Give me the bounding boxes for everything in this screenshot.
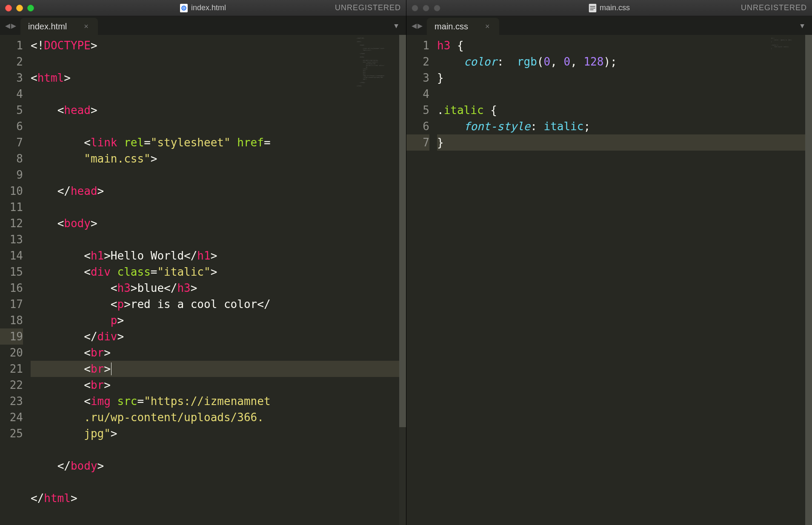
close-window-button[interactable] [412, 5, 418, 11]
nav-forward-icon[interactable]: ▶ [417, 20, 423, 31]
tab-dropdown-icon[interactable]: ▼ [800, 22, 804, 30]
traffic-lights [5, 5, 34, 11]
editor-left[interactable]: 1234567891011121314151617181920212223242… [0, 35, 406, 525]
unregistered-label: UNREGISTERED [335, 3, 401, 12]
code-area[interactable]: <!DOCTYPE><html> <head> <link rel="style… [31, 35, 406, 525]
svg-point-3 [183, 7, 185, 9]
zoom-window-button[interactable] [434, 5, 440, 11]
editor-right[interactable]: 1234567 h3 { color: rgb(0, 0, 128);}.ita… [406, 35, 812, 525]
code-area[interactable]: h3 { color: rgb(0, 0, 128);}.italic { fo… [437, 35, 812, 525]
tabbar-right: ◀ ▶ main.css × ▼ [406, 16, 812, 35]
window-title: main.css [589, 3, 630, 12]
window-title: index.html [180, 3, 226, 12]
window-right: main.css UNREGISTERED ◀ ▶ main.css × ▼ 1… [406, 0, 812, 525]
nav-forward-icon[interactable]: ▶ [11, 20, 16, 31]
tab-main-css[interactable]: main.css × [427, 18, 499, 35]
svg-rect-7 [590, 9, 593, 10]
nav-back-icon[interactable]: ◀ [5, 20, 10, 31]
tab-label: index.html [28, 22, 67, 31]
scrollbar[interactable] [399, 35, 406, 525]
chrome-html-icon [180, 4, 188, 12]
titlebar-right[interactable]: main.css UNREGISTERED [406, 0, 812, 16]
nav-back-icon[interactable]: ◀ [412, 20, 417, 31]
unregistered-label: UNREGISTERED [741, 3, 807, 12]
window-title-text: main.css [600, 3, 630, 12]
zoom-window-button[interactable] [27, 5, 34, 11]
scrollbar-thumb[interactable] [399, 35, 406, 427]
tab-dropdown-icon[interactable]: ▼ [394, 22, 398, 30]
tab-close-icon[interactable]: × [485, 22, 490, 31]
titlebar-left[interactable]: index.html UNREGISTERED [0, 0, 406, 16]
tab-close-icon[interactable]: × [84, 22, 89, 31]
scrollbar[interactable] [805, 35, 812, 525]
window-left: index.html UNREGISTERED ◀ ▶ index.html ×… [0, 0, 406, 525]
close-window-button[interactable] [5, 5, 12, 11]
scrollbar-thumb[interactable] [805, 35, 812, 525]
svg-rect-6 [590, 8, 595, 9]
minimize-window-button[interactable] [423, 5, 429, 11]
minimize-window-button[interactable] [16, 5, 23, 11]
tab-index-html[interactable]: index.html × [20, 18, 98, 35]
svg-rect-5 [590, 6, 595, 7]
css-file-icon [589, 4, 596, 12]
tab-label: main.css [435, 22, 468, 31]
window-title-text: index.html [191, 3, 226, 12]
traffic-lights [412, 5, 440, 11]
nav-arrows: ◀ ▶ [3, 20, 20, 35]
nav-arrows: ◀ ▶ [410, 20, 427, 35]
gutter: 1234567 [406, 35, 437, 525]
gutter: 1234567891011121314151617181920212223242… [0, 35, 31, 525]
tabbar-left: ◀ ▶ index.html × ▼ [0, 16, 406, 35]
